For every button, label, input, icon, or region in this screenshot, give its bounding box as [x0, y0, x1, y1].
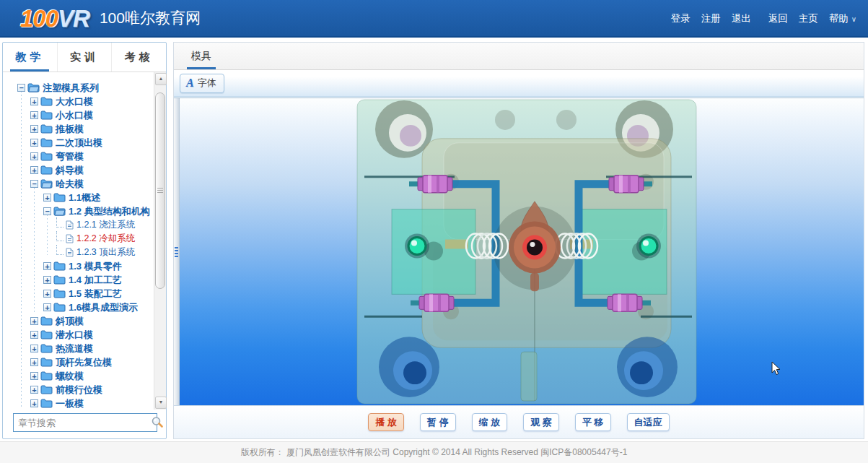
folder-icon — [40, 138, 53, 147]
tab-mold[interactable]: 模具 — [187, 43, 216, 69]
tree-node[interactable]: +小水口模 — [3, 108, 153, 122]
folder-icon — [40, 330, 53, 339]
observe-button[interactable]: 观 察 — [523, 413, 559, 431]
guide-bushing-bottom-left — [379, 337, 439, 397]
tree-node-label: 1.4 加工工艺 — [69, 274, 122, 287]
expand-icon[interactable]: + — [30, 372, 38, 380]
tree-node[interactable]: +1.1概述 — [3, 191, 153, 204]
tab-assessment[interactable]: 考核 — [111, 43, 166, 72]
collapse-icon[interactable]: − — [30, 180, 38, 188]
expand-icon[interactable]: + — [43, 276, 51, 284]
logout-link-label: 退出 — [732, 13, 751, 24]
pause-button[interactable]: 暂 停 — [420, 413, 456, 431]
tree-node-label: 1.3 模具零件 — [69, 260, 122, 273]
expand-icon[interactable]: + — [30, 166, 38, 174]
expand-icon[interactable]: + — [30, 331, 38, 339]
tree-node[interactable]: +螺纹模 — [3, 369, 153, 383]
search-icon[interactable] — [149, 415, 165, 430]
expand-icon[interactable]: + — [30, 125, 38, 133]
tree-node-label: 顶杆先复位模 — [56, 356, 112, 369]
help-link-label: 帮助 — [829, 13, 849, 24]
expand-icon[interactable]: + — [30, 345, 38, 352]
tree-node-label: 前模行位模 — [56, 384, 102, 397]
register-link[interactable]: 注册 — [701, 12, 721, 25]
tree-node[interactable]: 1.2.1 浇注系统 — [3, 218, 153, 232]
pan-button[interactable]: 平 移 — [575, 413, 611, 431]
tree-node-label: 一板模 — [56, 397, 84, 410]
folder-icon — [40, 97, 53, 106]
chapter-search-box — [13, 413, 157, 432]
tree-node[interactable]: +1.4 加工工艺 — [3, 273, 153, 287]
tree-node[interactable]: +顶杆先复位模 — [3, 355, 153, 369]
search-input[interactable] — [14, 417, 149, 428]
folder-icon — [53, 275, 66, 285]
tree-node[interactable]: 1.2.2 冷却系统 — [3, 232, 153, 246]
tree-node[interactable]: +潜水口模 — [3, 328, 153, 342]
expand-icon[interactable]: + — [30, 98, 38, 105]
tree-node[interactable]: +1.5 装配工艺 — [3, 287, 153, 300]
playback-controls: 播 放暂 停缩 放观 察平 移自适应 — [174, 406, 864, 438]
app-header: 100VR 100唯尔教育网 登录注册退出返回主页帮助∨ — [0, 0, 868, 38]
tree-node[interactable]: +斜顶模 — [3, 314, 153, 328]
tree-node[interactable]: −1.2 典型结构和机构 — [3, 204, 153, 218]
site-logo[interactable]: 100VR — [20, 7, 89, 30]
home-link[interactable]: 主页 — [799, 12, 818, 25]
tree-node[interactable]: +前模行位模 — [3, 383, 153, 397]
back-link[interactable]: 返回 — [768, 12, 788, 25]
panel-splitter[interactable] — [174, 98, 180, 405]
folder-icon — [40, 111, 53, 120]
font-button-label: 字体 — [198, 77, 216, 90]
scroll-up-arrow-icon[interactable]: ▲ — [155, 73, 167, 85]
tree-node[interactable]: −哈夫模 — [3, 177, 153, 191]
scrollbar-thumb[interactable] — [155, 92, 165, 289]
login-link-label: 登录 — [671, 13, 691, 24]
tree-node[interactable]: +1.3 模具零件 — [3, 259, 153, 273]
tree-node[interactable]: +推板模 — [3, 122, 153, 136]
collapse-icon[interactable]: − — [43, 207, 51, 215]
tree-node[interactable]: +1.6模具成型演示 — [3, 300, 153, 314]
tab-training[interactable]: 实训 — [57, 43, 112, 72]
expand-icon[interactable]: + — [30, 358, 38, 366]
play-button[interactable]: 播 放 — [368, 413, 404, 431]
expand-icon[interactable]: + — [30, 139, 38, 147]
scroll-down-arrow-icon[interactable]: ▼ — [155, 397, 167, 409]
green-pin-right — [636, 234, 661, 259]
help-link[interactable]: 帮助∨ — [829, 12, 856, 25]
tree-node-label: 注塑模具系列 — [43, 82, 99, 95]
expand-icon[interactable]: + — [30, 399, 38, 407]
auto-fit-button[interactable]: 自适应 — [627, 413, 670, 431]
tree-node[interactable]: +弯管模 — [3, 150, 153, 163]
tree-node[interactable]: 1.2.3 顶出系统 — [3, 246, 153, 259]
expand-icon[interactable]: + — [43, 262, 51, 270]
tree-connector — [56, 245, 63, 255]
viewer-canvas[interactable] — [174, 98, 864, 406]
tree-node[interactable]: −注塑模具系列 — [3, 81, 153, 95]
zoom-button[interactable]: 缩 放 — [472, 413, 508, 431]
expand-icon[interactable]: + — [30, 386, 38, 394]
folder-icon — [40, 165, 53, 175]
chapter-tree: −注塑模具系列+大水口模+小水口模+推板模+二次顶出模+弯管模+斜导模−哈夫模+… — [3, 72, 153, 410]
login-link[interactable]: 登录 — [671, 12, 691, 25]
tree-node[interactable]: +热流道模 — [3, 342, 153, 355]
tree-node-label: 哈夫模 — [56, 178, 84, 191]
tree-scrollbar[interactable]: ▲ ▼ — [154, 72, 166, 410]
tree-node[interactable]: +斜导模 — [3, 163, 153, 177]
collapse-icon[interactable]: − — [17, 84, 25, 92]
expand-icon[interactable]: + — [30, 152, 38, 160]
tree-node-label: 斜导模 — [56, 164, 84, 177]
page-footer: 版权所有： 厦门凤凰创壹软件有限公司 Copyright © 2014 All … — [0, 441, 868, 463]
font-button[interactable]: A 字体 — [180, 74, 224, 93]
expand-icon[interactable]: + — [30, 317, 38, 325]
tree-node-label: 1.5 装配工艺 — [69, 287, 122, 300]
back-link-label: 返回 — [768, 13, 788, 24]
tree-node[interactable]: +大水口模 — [3, 95, 153, 108]
tab-teaching[interactable]: 教学 — [3, 43, 57, 72]
logout-link[interactable]: 退出 — [732, 12, 751, 25]
expand-icon[interactable]: + — [43, 290, 51, 298]
expand-icon[interactable]: + — [43, 303, 51, 311]
tree-node[interactable]: +二次顶出模 — [3, 136, 153, 150]
expand-icon[interactable]: + — [30, 111, 38, 119]
tree-node[interactable]: +一板模 — [3, 397, 153, 410]
tab-teaching-label: 教学 — [15, 51, 44, 64]
expand-icon[interactable]: + — [43, 194, 51, 202]
